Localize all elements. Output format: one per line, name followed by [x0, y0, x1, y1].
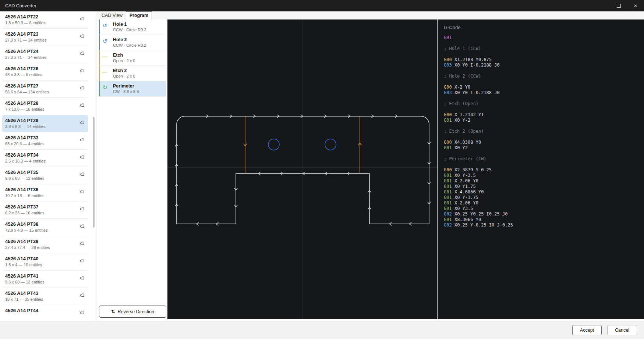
gcode-line: G00 X2.3879 Y-0.25 [444, 167, 644, 173]
part-quantity: x1 [79, 33, 84, 39]
reverse-direction-label: Reverse Direction [118, 309, 154, 314]
part-list-item[interactable]: 4526 A14 PT287 x 13.6 — 16 entitiesx1 [2, 98, 88, 115]
operation-item[interactable]: ─EtchOpen · 2 x 0 [99, 50, 166, 66]
operation-color-stripe [99, 50, 100, 65]
gcode-line: G01 X0 Y2 [444, 145, 644, 151]
tab-cad-view[interactable]: CAD View [98, 12, 126, 19]
part-list-item[interactable]: 4526 A14 PT3365 x 20.6 — 4 entitiesx1 [2, 132, 88, 150]
line-icon: ─ [103, 54, 107, 59]
part-details: 6.2 x 23 — 16 entities [5, 211, 88, 215]
part-details: 3.8 x 8.8 — 14 entities [5, 124, 88, 129]
part-name: 4526 A14 PT35 [5, 170, 88, 175]
operation-item[interactable]: ─Etch 2Open · 2 x 0 [99, 66, 166, 81]
part-list-item[interactable]: 4526 A14 PT376.2 x 23 — 16 entitiesx1 [2, 201, 88, 219]
gcode-line: G03 X0 Y0 I-0.2188 J0 [444, 63, 644, 68]
part-quantity: x1 [79, 85, 84, 90]
operation-item[interactable]: ↻PerimeterCW · 3.8 x 8.8 [99, 81, 166, 97]
part-list-item[interactable]: 4526 A14 PT2756.6 x 64 — 134 entitiesx1 [2, 81, 88, 98]
ccw-circle-icon: ↺ [103, 38, 107, 44]
program-panel: ↺Hole 1CCW · Circle R0.2↺Hole 2CCW · Cir… [97, 19, 167, 321]
part-name: 4526 A14 PT27 [5, 83, 88, 89]
part-name: 4526 A14 PT34 [5, 152, 88, 158]
gcode-line [444, 68, 644, 74]
operation-color-stripe [99, 35, 100, 50]
part-list-item[interactable]: 4526 A14 PT44x1 [2, 305, 88, 321]
gcode-line [444, 134, 644, 140]
part-name: 4526 A14 PT28 [5, 100, 88, 106]
gcode-line: G01 X-2.06 Y0 [444, 178, 644, 184]
gcode-line: G00 X1.2188 Y0.875 [444, 57, 644, 63]
part-name: 4526 A14 PT24 [5, 49, 88, 54]
operation-title: Hole 1 [113, 22, 166, 27]
part-name: 4526 A14 PT29 [5, 118, 88, 123]
part-quantity: x1 [79, 224, 84, 229]
part-name: 4526 A14 PT36 [5, 187, 88, 192]
gcode-line: G01 X0 Y1.75 [444, 184, 644, 189]
cad-canvas[interactable] [167, 19, 437, 319]
part-quantity: x1 [79, 275, 84, 281]
gcode-line: G01 X0 Y-3.5 [444, 173, 644, 178]
tab-program[interactable]: Program [126, 11, 152, 19]
operation-title: Hole 2 [113, 37, 166, 42]
part-list-item[interactable]: 4526 A14 PT2427.3 x 71 — 34 entitiesx1 [2, 46, 88, 63]
gcode-line: G02 X0.25 Y-0.25 I0 J-0.25 [444, 222, 644, 228]
accept-button[interactable]: Accept [572, 325, 602, 335]
gcode-line: G00 X-1.2342 Y1 [444, 112, 644, 118]
part-list-item[interactable]: 4526 A14 PT2648 x 3.5 — 6 entitiesx1 [2, 63, 88, 81]
part-quantity: x1 [79, 293, 84, 298]
scrollbar-thumb[interactable] [93, 117, 95, 228]
part-list-item[interactable]: 4526 A14 PT221.8 x 50.9 — 6 entitiesx1 [2, 11, 88, 29]
gcode-line: ; Perimeter (CW) [444, 156, 644, 162]
operation-title: Perimeter [113, 83, 166, 89]
operation-subtitle: Open · 2 x 0 [113, 58, 166, 63]
gcode-panel: G-Code G91 ; Hole 1 (CCW) G00 X1.2188 Y0… [437, 19, 644, 319]
part-quantity: x1 [79, 206, 84, 211]
part-name: 4526 A14 PT23 [5, 31, 88, 37]
gcode-line [444, 96, 644, 101]
footer-bar: Accept Cancel [0, 321, 644, 339]
part-details: 1.5 x 4 — 10 entities [5, 263, 88, 267]
gcode-line [444, 51, 644, 57]
part-name: 4526 A14 PT22 [5, 14, 88, 19]
window-title: CAD Converter [5, 3, 36, 8]
part-quantity: x1 [79, 241, 84, 246]
operation-subtitle: Open · 2 x 0 [113, 74, 166, 78]
part-quantity: x1 [79, 310, 84, 315]
maximize-button[interactable] [610, 0, 627, 11]
part-details: 1.8 x 50.9 — 6 entities [5, 21, 88, 25]
close-button[interactable]: ✕ [627, 0, 644, 11]
part-list-item[interactable]: 4526 A14 PT293.8 x 8.8 — 14 entitiesx1 [2, 115, 88, 132]
reverse-direction-button[interactable]: ⇅ Reverse Direction [99, 306, 166, 318]
part-quantity: x1 [79, 51, 84, 56]
ccw-circle-icon: ↺ [103, 23, 107, 28]
part-list-item[interactable]: 4526 A14 PT342.5 x 16.3 — 4 entitiesx1 [2, 150, 88, 167]
part-list-item[interactable]: 4526 A14 PT401.5 x 4 — 10 entitiesx1 [2, 253, 88, 271]
part-quantity: x1 [79, 189, 84, 194]
part-list-item[interactable]: 4526 A14 PT3927.4 x 77.4 — 28 entitiesx1 [2, 236, 88, 253]
sidebar-scrollbar[interactable] [93, 11, 95, 321]
part-name: 4526 A14 PT44 [5, 308, 88, 313]
part-details: 65 x 20.6 — 4 entities [5, 142, 88, 146]
part-list-item[interactable]: 4526 A14 PT3872.9 x 4.9 — 15 entitiesx1 [2, 219, 88, 236]
part-list-item[interactable]: 4526 A14 PT4318 x 71 — 35 entitiesx1 [2, 288, 88, 305]
part-list-item[interactable]: 4526 A14 PT359.6 x 68 — 12 entitiesx1 [2, 167, 88, 184]
part-list-item[interactable]: 4526 A14 PT3610.7 x 18 — 6 entitiesx1 [2, 184, 88, 201]
main-area: CAD View Program ↺Hole 1CCW · Circle R0.… [97, 11, 644, 321]
operation-item[interactable]: ↺Hole 1CCW · Circle R0.2 [99, 19, 166, 35]
gcode-line: G02 X0.25 Y0.25 I0.25 J0 [444, 211, 644, 217]
cancel-button[interactable]: Cancel [607, 325, 637, 335]
operation-title: Etch [113, 53, 166, 58]
gcode-line: ; Hole 1 (CCW) [444, 46, 644, 51]
part-details: 27.3 x 71 — 34 entities [5, 38, 88, 42]
gcode-lines: G91 ; Hole 1 (CCW) G00 X1.2188 Y0.875G03… [444, 35, 644, 228]
part-details: 10.7 x 18 — 6 entities [5, 193, 88, 198]
gcode-line [444, 151, 644, 156]
part-list-item[interactable]: 4526 A14 PT2327.3 x 71 — 34 entitiesx1 [2, 29, 88, 46]
gcode-line [444, 162, 644, 167]
gcode-line: ; Etch (Open) [444, 101, 644, 107]
part-details: 2.5 x 16.3 — 4 entities [5, 159, 88, 163]
part-list-item[interactable]: 4526 A14 PT419.6 x 68 — 13 entitiesx1 [2, 271, 88, 288]
gcode-panel-title: G-Code [444, 25, 644, 30]
operation-subtitle: CW · 3.8 x 8.8 [113, 89, 166, 94]
operation-item[interactable]: ↺Hole 2CCW · Circle R0.2 [99, 35, 166, 50]
